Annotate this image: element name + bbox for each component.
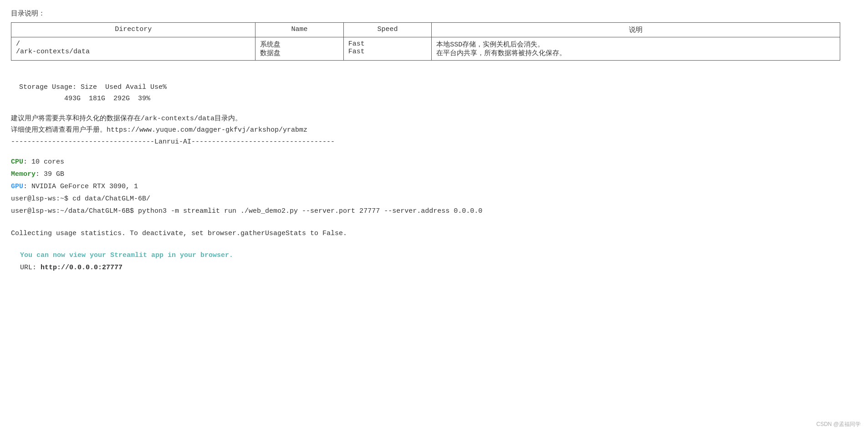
cmd1-line: user@lsp-ws:~$ cd data/ChatGLM-6B/	[11, 193, 857, 205]
streamlit-notice: You can now view your Streamlit app in y…	[20, 251, 857, 259]
col-header-name: Name	[255, 23, 343, 37]
collecting-notice: Collecting usage statistics. To deactiva…	[11, 230, 857, 237]
memory-label: Memory	[11, 170, 36, 178]
memory-value: : 39 GB	[36, 170, 64, 178]
col-header-description: 说明	[432, 23, 840, 37]
url-value: http://0.0.0.0:27777	[41, 264, 123, 272]
info-text-2: 详细使用文档请查看用户手册。https://www.yuque.com/dagg…	[11, 124, 857, 136]
memory-line: Memory: 39 GB	[11, 168, 857, 180]
col-header-speed: Speed	[343, 23, 431, 37]
table-row: / /ark-contexts/data 系统盘 数据盘 Fast Fast 本…	[11, 37, 840, 61]
cpu-label: CPU	[11, 158, 23, 166]
separator: -----------------------------------Lanru…	[11, 136, 857, 148]
cell-directory: / /ark-contexts/data	[11, 37, 255, 61]
info-text-1: 建议用户将需要共享和持久化的数据保存在/ark-contexts/data目录内…	[11, 113, 857, 125]
cell-speed: Fast Fast	[343, 37, 431, 61]
section-title: 目录说明：	[11, 9, 857, 18]
cmd2-line: user@lsp-ws:~/data/ChatGLM-6B$ python3 -…	[11, 205, 857, 217]
url-line: URL: http://0.0.0.0:27777	[20, 264, 857, 272]
cpu-line: CPU: 10 cores	[11, 156, 857, 168]
gpu-value: : NVIDIA GeForce RTX 3090, 1	[23, 183, 138, 190]
gpu-line: GPU: NVIDIA GeForce RTX 3090, 1	[11, 180, 857, 193]
storage-usage: Storage Usage: Size Used Avail Use% 493G…	[11, 70, 857, 105]
cell-name: 系统盘 数据盘	[255, 37, 343, 61]
url-label: URL:	[20, 264, 41, 272]
directory-table: Directory Name Speed 说明 / /ark-contexts/…	[11, 22, 840, 61]
info-block: 建议用户将需要共享和持久化的数据保存在/ark-contexts/data目录内…	[11, 113, 857, 148]
cell-description: 本地SSD存储，实例关机后会消失。 在平台内共享，所有数据将被持久化保存。	[432, 37, 840, 61]
col-header-directory: Directory	[11, 23, 255, 37]
gpu-label: GPU	[11, 183, 23, 190]
cpu-value: : 10 cores	[23, 158, 64, 166]
system-info: CPU: 10 cores Memory: 39 GB GPU: NVIDIA …	[11, 156, 857, 217]
